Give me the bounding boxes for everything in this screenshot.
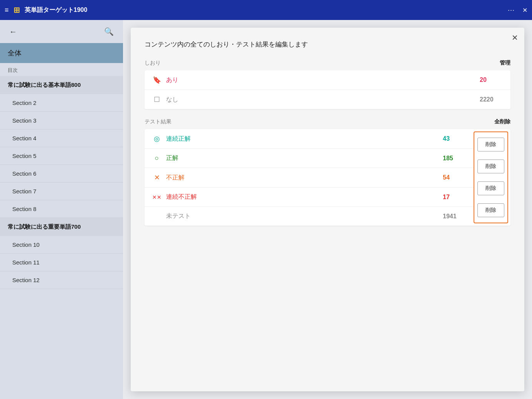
app-title: 英単語ターゲット1900 [25, 6, 503, 14]
sidebar-selected-item[interactable]: 全体 [0, 43, 123, 63]
delete-buttons-panel: 削除 削除 削除 削除 [474, 131, 508, 223]
correct-count: 185 [443, 155, 466, 162]
sidebar-item-section3[interactable]: Section 3 [0, 112, 123, 130]
delete-consecutive-incorrect-button[interactable]: 削除 [477, 203, 504, 217]
modal-dialog: ✕ コンテンツ内の全てのしおり・テスト結果を編集します しおり 管理 🔖 あり … [131, 28, 524, 391]
test-row-untested: 未テスト 1941 [145, 207, 474, 226]
search-button[interactable]: 🔍 [101, 25, 117, 38]
test-results-card: ◎ 連続正解 43 ○ 正解 185 ✕ 不正解 [145, 129, 510, 226]
bookmark-empty-icon: ☐ [152, 95, 161, 104]
bookmark-filled-icon: 🔖 [152, 76, 161, 84]
consecutive-correct-label: 連続正解 [166, 135, 438, 143]
bookmark-nashi-label: なし [166, 96, 475, 104]
back-button[interactable]: ← [6, 26, 20, 38]
window-controls: ··· ✕ [508, 6, 527, 14]
correct-label: 正解 [166, 154, 438, 162]
consecutive-correct-icon: ◎ [152, 135, 161, 143]
modal-close-button[interactable]: ✕ [512, 33, 518, 42]
consecutive-incorrect-count: 17 [443, 194, 466, 201]
sidebar-toc-label: 目次 [0, 63, 123, 76]
incorrect-label: 不正解 [166, 174, 438, 182]
menu-icon[interactable]: ≡ [5, 7, 9, 13]
test-label: テスト結果 [145, 118, 171, 125]
test-row-consecutive-incorrect[interactable]: ✕✕ 連続不正解 17 [145, 188, 474, 207]
test-section-header: テスト結果 全削除 [145, 118, 510, 125]
sidebar-section-header-2: 常に試験に出る重要単語700 [0, 218, 123, 236]
sidebar-item-section10[interactable]: Section 10 [0, 236, 123, 254]
bookmark-ari-label: あり [166, 76, 475, 84]
incorrect-count: 54 [443, 174, 466, 181]
consecutive-incorrect-label: 連続不正解 [166, 193, 438, 201]
bookmark-section-header: しおり 管理 [145, 60, 510, 66]
test-card-inner: ◎ 連続正解 43 ○ 正解 185 ✕ 不正解 [145, 129, 510, 226]
bookmark-row-ari[interactable]: 🔖 あり 20 [145, 70, 510, 90]
bookmark-label: しおり [145, 60, 161, 66]
more-options-icon[interactable]: ··· [508, 6, 515, 14]
untested-count: 1941 [443, 213, 466, 220]
delete-correct-button[interactable]: 削除 [477, 160, 504, 173]
app-icon: ⊞ [13, 5, 20, 15]
sidebar: ← 🔍 全体 目次 常に試験に出る基本単語800 Section 2 Secti… [0, 20, 123, 399]
test-row-consecutive-correct[interactable]: ◎ 連続正解 43 [145, 129, 474, 149]
bookmark-row-nashi[interactable]: ☐ なし 2220 [145, 90, 510, 109]
sidebar-scroll-area[interactable]: 常に試験に出る基本単語800 Section 2 Section 3 Secti… [0, 76, 123, 399]
sidebar-item-section6[interactable]: Section 6 [0, 165, 123, 183]
bookmark-manage-label[interactable]: 管理 [500, 60, 510, 66]
sidebar-section-header-1: 常に試験に出る基本単語800 [0, 76, 123, 94]
delete-consecutive-correct-button[interactable]: 削除 [477, 138, 504, 151]
sidebar-item-section4[interactable]: Section 4 [0, 130, 123, 147]
test-row-correct[interactable]: ○ 正解 185 [145, 149, 474, 168]
sidebar-item-section11[interactable]: Section 11 [0, 254, 123, 271]
test-rows: ◎ 連続正解 43 ○ 正解 185 ✕ 不正解 [145, 129, 474, 226]
sidebar-item-section5[interactable]: Section 5 [0, 147, 123, 165]
consecutive-incorrect-icon: ✕✕ [152, 194, 161, 200]
right-panel: ✕ コンテンツ内の全てのしおり・テスト結果を編集します しおり 管理 🔖 あり … [123, 20, 532, 399]
delete-all-label[interactable]: 全削除 [494, 118, 510, 125]
sidebar-item-section2[interactable]: Section 2 [0, 94, 123, 112]
correct-icon: ○ [152, 154, 161, 162]
sidebar-item-section8[interactable]: Section 8 [0, 200, 123, 218]
bookmark-card: 🔖 あり 20 ☐ なし 2220 [145, 70, 510, 109]
bookmark-nashi-count: 2220 [480, 96, 503, 103]
delete-incorrect-button[interactable]: 削除 [477, 181, 504, 195]
incorrect-icon: ✕ [152, 173, 161, 182]
sidebar-item-section12[interactable]: Section 12 [0, 271, 123, 289]
bookmark-ari-count: 20 [480, 76, 503, 83]
window-close-icon[interactable]: ✕ [522, 7, 527, 14]
test-row-incorrect[interactable]: ✕ 不正解 54 [145, 168, 474, 188]
consecutive-correct-count: 43 [443, 135, 466, 142]
untested-label: 未テスト [166, 212, 438, 220]
sidebar-top-bar: ← 🔍 [0, 20, 123, 43]
titlebar: ≡ ⊞ 英単語ターゲット1900 ··· ✕ [0, 0, 532, 20]
modal-title: コンテンツ内の全てのしおり・テスト結果を編集します [145, 40, 510, 49]
sidebar-item-section7[interactable]: Section 7 [0, 183, 123, 200]
main-layout: ← 🔍 全体 目次 常に試験に出る基本単語800 Section 2 Secti… [0, 20, 532, 399]
